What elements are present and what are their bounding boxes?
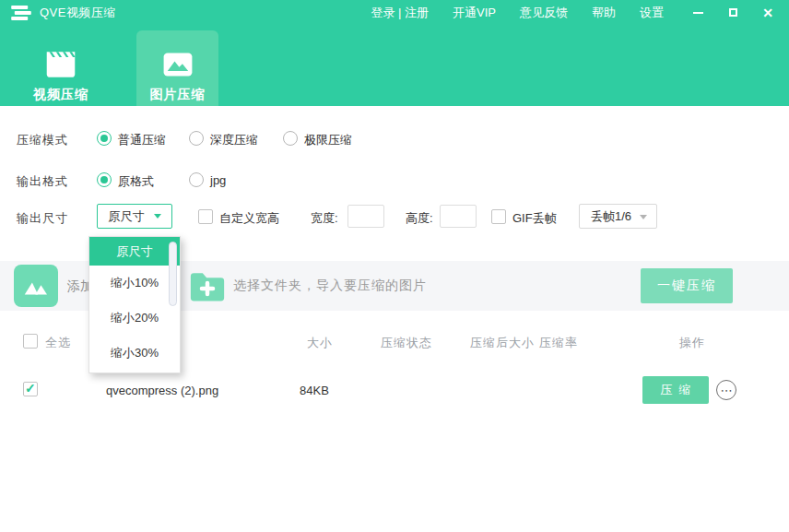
radio-normal-compress[interactable] — [97, 131, 112, 146]
dropdown-item-shrink30[interactable]: 缩小30% — [89, 336, 180, 371]
output-format-label: 输出格式 — [17, 173, 68, 190]
frame-rate-select-value: 丢帧1/6 — [591, 208, 631, 225]
app-logo-icon — [11, 5, 31, 21]
feedback-link[interactable]: 意见反馈 — [520, 5, 568, 21]
add-folder-button[interactable] — [188, 268, 227, 303]
frame-rate-select[interactable]: 丢帧1/6 — [579, 204, 657, 229]
compress-mode-row: 压缩模式 普通压缩 深度压缩 极限压缩 — [0, 128, 789, 154]
help-link[interactable]: 帮助 — [592, 5, 616, 21]
radio-extreme-compress-label[interactable]: 极限压缩 — [304, 132, 352, 148]
app-window: QVE视频压缩 登录 | 注册 开通VIP 意见反馈 帮助 设置 ✕ — [0, 0, 789, 532]
dropdown-item-shrink10[interactable]: 缩小10% — [89, 266, 180, 301]
dropdown-item-partial[interactable]: 缩小40% — [89, 371, 180, 373]
radio-jpg-format[interactable] — [189, 172, 204, 187]
settings-link[interactable]: 设置 — [640, 5, 664, 21]
add-folder-text: 选择文件夹，导入要压缩的图片 — [233, 278, 427, 294]
radio-original-format[interactable] — [97, 172, 112, 187]
select-all-checkbox[interactable] — [23, 334, 38, 349]
width-label: 宽度: — [311, 210, 338, 227]
output-size-label: 输出尺寸 — [17, 210, 68, 227]
size-dropdown-popup: 原尺寸 缩小10% 缩小20% 缩小30% 缩小40% — [88, 236, 181, 373]
image-icon — [136, 49, 218, 80]
close-button[interactable]: ✕ — [761, 6, 774, 19]
titlebar: QVE视频压缩 登录 | 注册 开通VIP 意见反馈 帮助 设置 ✕ — [0, 0, 789, 25]
radio-deep-compress-label[interactable]: 深度压缩 — [210, 132, 258, 148]
radio-original-format-label[interactable]: 原格式 — [118, 173, 154, 190]
app-title: QVE视频压缩 — [40, 5, 116, 21]
radio-extreme-compress[interactable] — [283, 131, 298, 146]
dropdown-item-shrink20[interactable]: 缩小20% — [89, 301, 180, 336]
row-filename: qvecompress (2).png — [106, 384, 218, 397]
login-register-link[interactable]: 登录 | 注册 — [371, 5, 429, 21]
minimize-button[interactable] — [691, 6, 704, 19]
radio-jpg-format-label[interactable]: jpg — [210, 173, 226, 187]
vip-link[interactable]: 开通VIP — [453, 5, 496, 21]
tab-image-compress[interactable]: 图片压缩 — [136, 30, 218, 106]
gif-dropframe-checkbox[interactable] — [491, 209, 506, 224]
tab-video-compress[interactable]: 视频压缩 — [18, 25, 103, 106]
titlebar-menu: 登录 | 注册 开通VIP 意见反馈 帮助 设置 — [371, 5, 664, 21]
height-input[interactable] — [440, 205, 477, 228]
window-controls: ✕ — [691, 6, 774, 19]
minimize-icon — [693, 12, 703, 14]
row-checkbox[interactable] — [23, 382, 38, 396]
tab-image-label: 图片压缩 — [136, 87, 218, 103]
col-ratio: 压缩率 — [539, 335, 578, 351]
col-status: 压缩状态 — [381, 335, 432, 351]
dropdown-item-original[interactable]: 原尺寸 — [89, 237, 180, 266]
folder-plus-icon — [188, 268, 227, 303]
compress-all-button[interactable]: 一键压缩 — [641, 268, 733, 303]
caret-down-icon — [154, 214, 161, 219]
table-row: qvecompress (2).png 84KB 压缩 ⋯ — [0, 369, 789, 411]
size-select[interactable]: 原尺寸 — [97, 204, 172, 229]
row-filesize: 84KB — [300, 384, 329, 397]
add-images-button[interactable] — [14, 265, 58, 307]
radio-deep-compress[interactable] — [189, 131, 204, 146]
col-after-size: 压缩后大小 — [470, 335, 535, 351]
custom-size-checkbox[interactable] — [198, 209, 213, 224]
dropdown-scrollbar[interactable] — [169, 242, 177, 306]
gif-dropframe-label[interactable]: GIF丢帧 — [512, 210, 557, 227]
output-size-row: 输出尺寸 原尺寸 自定义宽高 宽度: 高度: GIF丢帧 丢帧1/6 — [0, 204, 789, 231]
custom-size-label[interactable]: 自定义宽高 — [219, 210, 279, 227]
compress-mode-label: 压缩模式 — [17, 132, 68, 148]
size-select-value: 原尺寸 — [109, 208, 145, 225]
film-clapper-icon — [18, 49, 103, 80]
mountains-icon — [22, 274, 50, 298]
radio-normal-compress-label[interactable]: 普通压缩 — [118, 132, 166, 148]
col-size: 大小 — [307, 335, 333, 351]
row-more-button[interactable]: ⋯ — [716, 380, 736, 400]
caret-down-icon — [640, 215, 647, 219]
maximize-button[interactable] — [726, 6, 739, 19]
height-label: 高度: — [406, 210, 433, 227]
row-compress-button[interactable]: 压缩 — [642, 376, 709, 404]
tab-video-label: 视频压缩 — [18, 87, 103, 103]
select-all-label[interactable]: 全选 — [45, 335, 71, 351]
app-header: QVE视频压缩 登录 | 注册 开通VIP 意见反馈 帮助 设置 ✕ — [0, 0, 789, 106]
maximize-icon — [729, 8, 737, 17]
col-action: 操作 — [679, 335, 705, 351]
width-input[interactable] — [347, 205, 384, 228]
output-format-row: 输出格式 原格式 jpg — [0, 170, 789, 195]
